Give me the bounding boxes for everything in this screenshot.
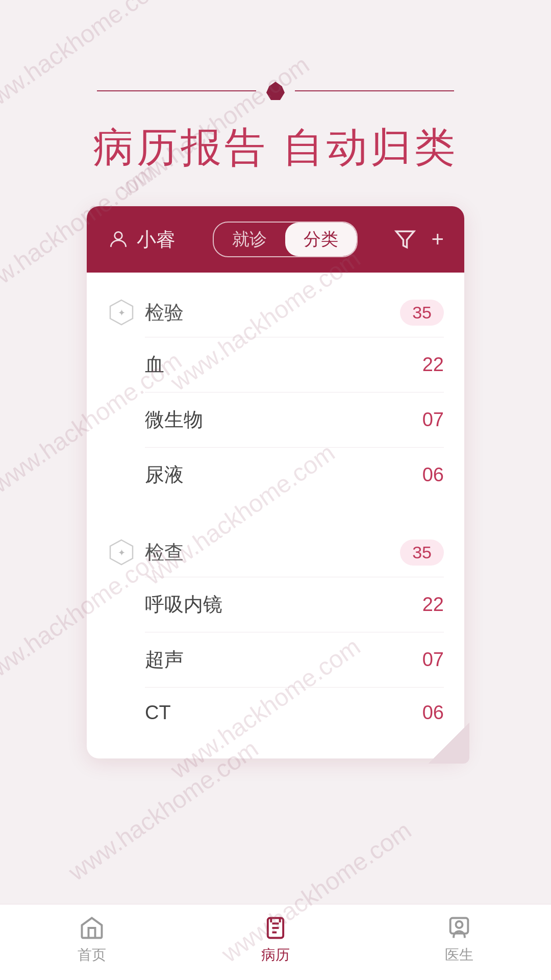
sub-item-name-ultrasound: 超声: [145, 647, 184, 673]
page-headline: 病历报告 自动归类: [93, 120, 458, 176]
category-header-jiyan: ✦ 检验 35: [107, 288, 444, 337]
sub-item-blood[interactable]: 血 22: [145, 337, 444, 392]
user-icon: [107, 228, 130, 251]
divider-line-right: [295, 90, 454, 91]
sub-item-ultrasound[interactable]: 超声 07: [145, 632, 444, 687]
diamond-divider: [97, 82, 454, 100]
add-icon[interactable]: +: [431, 227, 444, 252]
svg-point-0: [115, 232, 122, 239]
category-jiyan: ✦ 检验 35 血 22 微生物: [87, 273, 464, 502]
main-card: 小睿 就诊 分类 +: [87, 206, 464, 758]
sub-item-name-ct: CT: [145, 702, 171, 724]
divider-line-left: [97, 90, 256, 91]
sub-item-name-blood: 血: [145, 352, 164, 378]
category-header-jiancha: ✦ 检查 35: [107, 528, 444, 577]
sub-item-microbe[interactable]: 微生物 07: [145, 392, 444, 447]
home-icon: [79, 915, 105, 941]
sub-item-count-ct: 06: [422, 702, 444, 724]
sub-item-name-endoscope: 呼吸内镜: [145, 592, 222, 618]
diamond-icon: [266, 82, 285, 100]
category-left-jiyan: ✦ 检验: [107, 298, 184, 327]
category-jiancha: ✦ 检查 35 呼吸内镜 22 超声: [87, 512, 464, 738]
sub-item-ct[interactable]: CT 06: [145, 687, 444, 738]
tab-visit[interactable]: 就诊: [214, 223, 285, 256]
sub-items-jiyan: 血 22 微生物 07 尿液 06: [107, 337, 444, 502]
filter-icon[interactable]: [394, 229, 416, 250]
hex-icon-jiyan: ✦: [107, 298, 136, 327]
card-wrapper: 小睿 就诊 分类 +: [87, 206, 464, 758]
sub-item-name-urine: 尿液: [145, 462, 184, 488]
nav-medical[interactable]: 病历: [235, 915, 316, 965]
sub-item-count-blood: 22: [422, 354, 444, 376]
tab-category[interactable]: 分类: [285, 223, 357, 256]
sub-item-name-microbe: 微生物: [145, 407, 203, 433]
svg-marker-1: [396, 231, 414, 248]
category-name-jiyan: 检验: [145, 300, 184, 326]
bottom-nav: 首页 病历 医生: [0, 904, 551, 980]
category-left-jiancha: ✦ 检查: [107, 538, 184, 567]
header-section: 病历报告 自动归类 小睿 就诊 分类: [0, 0, 551, 758]
count-badge-jiyan: 35: [400, 300, 444, 326]
hex-icon-jiancha: ✦: [107, 538, 136, 567]
nav-medical-label: 病历: [261, 945, 290, 965]
sub-item-count-ultrasound: 07: [422, 649, 444, 671]
user-section: 小睿: [107, 227, 176, 253]
sub-item-count-microbe: 07: [422, 409, 444, 431]
sub-item-count-endoscope: 22: [422, 594, 444, 616]
page-content: 病历报告 自动归类 小睿 就诊 分类: [0, 0, 551, 830]
nav-home-label: 首页: [78, 945, 106, 965]
svg-point-13: [456, 921, 463, 928]
header-actions: +: [394, 227, 444, 252]
nav-doctor-label: 医生: [445, 945, 473, 965]
nav-home[interactable]: 首页: [51, 915, 133, 965]
sub-items-jiancha: 呼吸内镜 22 超声 07 CT 06: [107, 577, 444, 738]
sub-item-count-urine: 06: [422, 464, 444, 486]
card-header: 小睿 就诊 分类 +: [87, 206, 464, 273]
category-name-jiancha: 检查: [145, 540, 184, 566]
card-body: ✦ 检验 35 血 22 微生物: [87, 273, 464, 758]
user-name: 小睿: [137, 227, 176, 253]
count-badge-jiancha: 35: [400, 540, 444, 566]
doctor-icon: [446, 915, 472, 941]
nav-doctor[interactable]: 医生: [418, 915, 500, 965]
svg-text:✦: ✦: [118, 308, 126, 318]
sub-item-urine[interactable]: 尿液 06: [145, 447, 444, 502]
tab-group: 就诊 分类: [213, 222, 358, 257]
medical-icon: [262, 915, 289, 941]
sub-item-endoscope[interactable]: 呼吸内镜 22: [145, 577, 444, 632]
svg-text:✦: ✦: [118, 548, 126, 558]
